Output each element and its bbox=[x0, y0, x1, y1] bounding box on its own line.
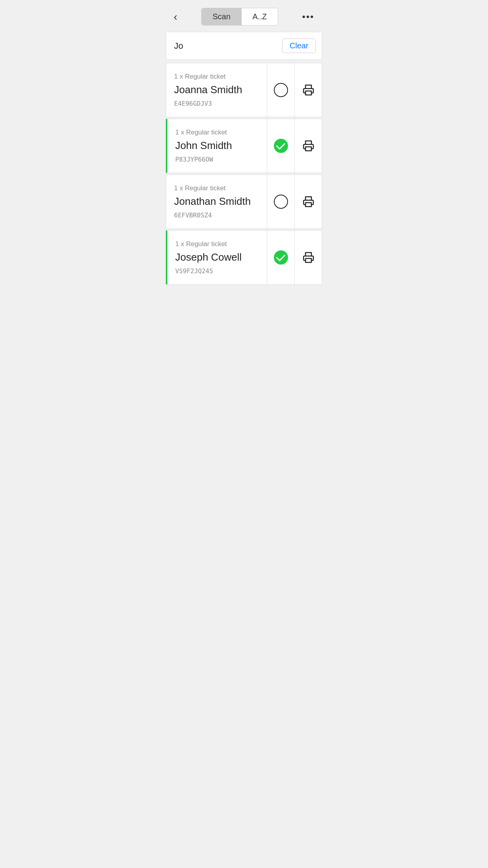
ticket-name: John Smidth bbox=[175, 140, 259, 152]
ticket-card: 1 x Regular ticketJoseph CowellVS9F2JQ24… bbox=[166, 230, 322, 285]
check-button[interactable] bbox=[267, 63, 294, 117]
check-filled-icon bbox=[274, 139, 288, 153]
print-button[interactable] bbox=[294, 63, 322, 117]
ticket-type: 1 x Regular ticket bbox=[174, 73, 259, 81]
more-button[interactable]: ••• bbox=[299, 10, 317, 24]
search-input[interactable] bbox=[174, 41, 282, 51]
ticket-name: Jonathan Smidth bbox=[174, 195, 259, 208]
ticket-info: 1 x Regular ticketJoseph CowellVS9F2JQ24… bbox=[167, 231, 267, 284]
ticket-name: Joanna Smidth bbox=[174, 84, 259, 96]
printer-icon bbox=[301, 250, 316, 265]
printer-icon bbox=[301, 83, 316, 97]
ticket-code: VS9F2JQ245 bbox=[175, 267, 259, 275]
check-button[interactable] bbox=[267, 231, 294, 284]
check-empty-icon bbox=[274, 195, 288, 209]
print-button[interactable] bbox=[294, 231, 322, 284]
ticket-info: 1 x Regular ticketJohn SmidthP83JYP66OW bbox=[167, 119, 267, 173]
tab-scan[interactable]: Scan bbox=[202, 8, 242, 25]
header: ‹ Scan A..Z ••• bbox=[163, 0, 325, 32]
ticket-code: P83JYP66OW bbox=[175, 156, 259, 163]
search-bar: Clear bbox=[166, 32, 322, 60]
ticket-name: Joseph Cowell bbox=[175, 251, 259, 263]
ticket-info: 1 x Regular ticketJoanna SmidthE4E96GDJV… bbox=[166, 63, 267, 117]
printer-icon bbox=[301, 139, 316, 153]
ticket-type: 1 x Regular ticket bbox=[174, 184, 259, 192]
ticket-actions bbox=[267, 231, 322, 284]
ticket-type: 1 x Regular ticket bbox=[175, 129, 259, 136]
tab-group: Scan A..Z bbox=[201, 8, 278, 26]
ticket-card: 1 x Regular ticketJoanna SmidthE4E96GDJV… bbox=[166, 63, 322, 117]
ticket-type: 1 x Regular ticket bbox=[175, 240, 259, 248]
tab-az[interactable]: A..Z bbox=[242, 8, 278, 25]
ticket-card: 1 x Regular ticketJohn SmidthP83JYP66OW bbox=[166, 119, 322, 173]
ticket-info: 1 x Regular ticketJonathan Smidth6EFVBR0… bbox=[166, 175, 267, 228]
check-button[interactable] bbox=[267, 119, 294, 173]
check-empty-icon bbox=[274, 83, 288, 97]
print-button[interactable] bbox=[294, 119, 322, 173]
check-button[interactable] bbox=[267, 175, 294, 228]
back-button[interactable]: ‹ bbox=[171, 9, 180, 25]
ticket-actions bbox=[267, 119, 322, 173]
check-filled-icon bbox=[274, 250, 288, 265]
clear-button[interactable]: Clear bbox=[282, 39, 316, 53]
ticket-list: 1 x Regular ticketJoanna SmidthE4E96GDJV… bbox=[163, 63, 325, 285]
ticket-code: 6EFVBR0SZ4 bbox=[174, 211, 259, 219]
ticket-card: 1 x Regular ticketJonathan Smidth6EFVBR0… bbox=[166, 175, 322, 229]
ticket-actions bbox=[267, 63, 322, 117]
printer-icon bbox=[301, 195, 316, 209]
ticket-actions bbox=[267, 175, 322, 228]
svg-rect-2 bbox=[305, 203, 311, 207]
ticket-code: E4E96GDJV3 bbox=[174, 100, 259, 107]
svg-rect-1 bbox=[305, 147, 311, 151]
print-button[interactable] bbox=[294, 175, 322, 228]
svg-rect-3 bbox=[305, 259, 311, 263]
svg-rect-0 bbox=[305, 91, 311, 95]
